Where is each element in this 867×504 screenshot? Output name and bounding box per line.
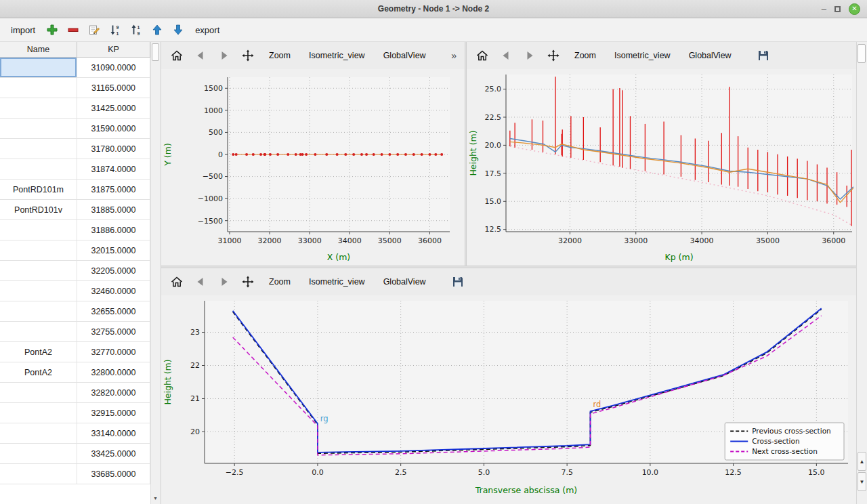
- sort-ascending-button[interactable]: 1 9: [128, 22, 144, 38]
- kp-cell[interactable]: 32820.0000: [77, 383, 150, 402]
- kp-cell[interactable]: 31590.0000: [77, 119, 150, 138]
- forward-button[interactable]: [214, 272, 234, 292]
- table-row[interactable]: PontRD101v31885.0000: [0, 200, 150, 220]
- kp-cell[interactable]: 31886.0000: [77, 220, 150, 240]
- kp-cell[interactable]: 31874.0000: [77, 159, 150, 179]
- table-row[interactable]: 31165.0000: [0, 78, 150, 98]
- global-view-button[interactable]: GlobalView: [376, 46, 434, 65]
- kp-cell[interactable]: 32460.0000: [77, 281, 150, 301]
- table-row[interactable]: 33140.0000: [0, 423, 150, 444]
- global-view-button[interactable]: GlobalView: [376, 272, 434, 291]
- maximize-button[interactable]: [834, 4, 841, 14]
- name-cell[interactable]: [0, 403, 77, 423]
- titlebar[interactable]: Geometry - Node 1 -> Node 2 – ✕: [0, 0, 867, 18]
- name-cell[interactable]: [0, 220, 77, 240]
- table-row[interactable]: 31874.0000: [0, 159, 150, 180]
- export-button[interactable]: export: [191, 22, 224, 38]
- plan-view-chart[interactable]: 310003200033000340003500036000−1500−1000…: [161, 69, 465, 266]
- cross-section-chart[interactable]: −2.50.02.55.07.510.012.515.020212223Tran…: [161, 295, 856, 499]
- table-row[interactable]: PontRD101m31875.0000: [0, 180, 150, 200]
- back-button[interactable]: [496, 45, 516, 66]
- add-section-button[interactable]: [44, 22, 60, 38]
- kp-cell[interactable]: 33685.0000: [77, 464, 150, 484]
- scroll-up-button[interactable]: ▲: [858, 452, 866, 471]
- kp-cell[interactable]: 33140.0000: [77, 423, 150, 443]
- isometric-view-button[interactable]: Isometric_view: [301, 272, 373, 291]
- table-row[interactable]: 31590.0000: [0, 119, 150, 139]
- table-scrollbar-thumb[interactable]: [152, 43, 159, 61]
- kp-cell[interactable]: 32015.0000: [77, 240, 150, 260]
- name-cell[interactable]: PontRD101m: [0, 180, 77, 199]
- back-button[interactable]: [190, 272, 211, 292]
- table-row[interactable]: 31425.0000: [0, 98, 150, 119]
- name-cell[interactable]: [0, 139, 77, 159]
- zoom-button[interactable]: Zoom: [261, 46, 298, 65]
- table-row[interactable]: 32460.0000: [0, 281, 150, 301]
- main-scrollbar[interactable]: ▲ ▼: [856, 42, 867, 504]
- isometric-view-button[interactable]: Isometric_view: [301, 46, 373, 65]
- edit-section-button[interactable]: [86, 22, 102, 38]
- name-cell[interactable]: [0, 240, 77, 260]
- kp-cell[interactable]: 31165.0000: [77, 78, 150, 98]
- kp-cell[interactable]: 32755.0000: [77, 322, 150, 341]
- table-row[interactable]: 31886.0000: [0, 220, 150, 240]
- table-row[interactable]: 32655.0000: [0, 301, 150, 322]
- longitudinal-profile-chart[interactable]: 320003300034000350003600012.515.017.520.…: [467, 69, 856, 266]
- pan-button[interactable]: [238, 272, 258, 292]
- name-cell[interactable]: [0, 383, 77, 402]
- sort-descending-button[interactable]: 9 1: [107, 22, 123, 38]
- kp-cell[interactable]: 31425.0000: [77, 98, 150, 118]
- minimize-button[interactable]: –: [822, 5, 826, 14]
- table-row[interactable]: 32205.0000: [0, 261, 150, 281]
- save-button[interactable]: [448, 272, 468, 292]
- table-row[interactable]: PontA232800.0000: [0, 362, 150, 383]
- main-scrollbar-thumb[interactable]: [858, 44, 866, 63]
- scroll-down-button[interactable]: ▼: [858, 472, 866, 491]
- name-cell[interactable]: [0, 159, 77, 179]
- global-view-button[interactable]: GlobalView: [681, 46, 739, 65]
- name-cell[interactable]: [0, 78, 77, 98]
- table-row[interactable]: 32915.0000: [0, 403, 150, 423]
- name-cell[interactable]: [0, 119, 77, 138]
- kp-cell[interactable]: 32915.0000: [77, 403, 150, 423]
- name-cell[interactable]: PontA2: [0, 362, 77, 382]
- column-header-kp[interactable]: KP: [77, 42, 150, 57]
- name-cell[interactable]: [0, 423, 77, 443]
- column-header-name[interactable]: Name: [0, 42, 77, 57]
- name-cell[interactable]: [0, 301, 77, 321]
- table-row[interactable]: 32820.0000: [0, 383, 150, 403]
- import-button[interactable]: import: [7, 22, 39, 38]
- kp-cell[interactable]: 32800.0000: [77, 362, 150, 382]
- table-row[interactable]: 31090.0000: [0, 58, 150, 78]
- name-cell[interactable]: [0, 98, 77, 118]
- table-row[interactable]: 33685.0000: [0, 464, 150, 484]
- kp-cell[interactable]: 32770.0000: [77, 342, 150, 362]
- toolbar-overflow-button[interactable]: »: [448, 50, 459, 61]
- name-cell[interactable]: PontRD101v: [0, 200, 77, 219]
- move-down-button[interactable]: [170, 22, 186, 38]
- close-button[interactable]: ✕: [849, 3, 860, 15]
- name-cell[interactable]: [0, 464, 77, 484]
- home-button[interactable]: [167, 272, 187, 292]
- move-up-button[interactable]: [149, 22, 165, 38]
- kp-cell[interactable]: 31875.0000: [77, 180, 150, 199]
- forward-button[interactable]: [520, 45, 540, 66]
- name-cell[interactable]: [0, 261, 77, 280]
- name-cell[interactable]: PontA2: [0, 342, 77, 362]
- home-button[interactable]: [167, 45, 187, 66]
- name-cell[interactable]: [0, 58, 77, 77]
- table-scroll-down-button[interactable]: ▼: [151, 493, 160, 503]
- pan-button[interactable]: [543, 45, 564, 66]
- kp-cell[interactable]: 31780.0000: [77, 139, 150, 159]
- table-row[interactable]: 32015.0000: [0, 240, 150, 261]
- table-row[interactable]: 32755.0000: [0, 322, 150, 342]
- table-row[interactable]: 33425.0000: [0, 444, 150, 464]
- name-cell[interactable]: [0, 444, 77, 463]
- home-button[interactable]: [472, 45, 492, 66]
- table-row[interactable]: 31780.0000: [0, 139, 150, 159]
- back-button[interactable]: [190, 45, 211, 66]
- save-button[interactable]: [753, 45, 774, 66]
- zoom-button[interactable]: Zoom: [261, 272, 298, 291]
- kp-cell[interactable]: 33425.0000: [77, 444, 150, 463]
- name-cell[interactable]: [0, 322, 77, 341]
